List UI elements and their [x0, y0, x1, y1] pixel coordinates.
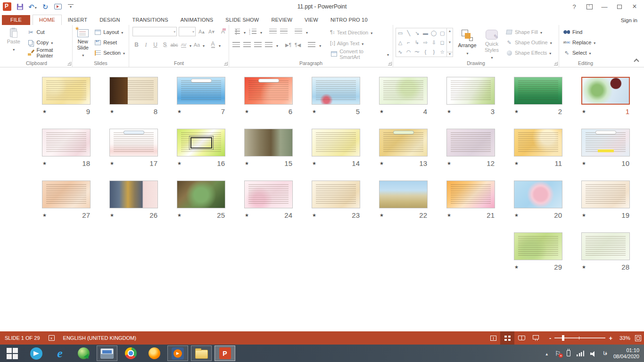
find-button[interactable]: Find	[561, 27, 597, 37]
tab-design[interactable]: DESIGN	[93, 15, 126, 25]
decrease-font-size-button[interactable]	[207, 27, 215, 36]
shapes-more-button[interactable]: ▼	[447, 52, 453, 56]
close-button[interactable]: ×	[628, 1, 641, 12]
shape-cell[interactable]: △	[398, 40, 402, 46]
tab-animations[interactable]: ANIMATIONS	[174, 15, 220, 25]
shape-cell[interactable]: ╲	[407, 30, 410, 36]
redo-button[interactable]: ↻	[41, 2, 50, 11]
slide-thumbnail[interactable]	[177, 77, 225, 105]
slide-thumbnail-cell[interactable]: ★ 19	[581, 181, 630, 219]
slide-thumbnail[interactable]	[177, 129, 225, 156]
format-painter-button[interactable]: Format Painter	[26, 48, 70, 58]
new-slide-button[interactable]: New Slide	[75, 26, 91, 60]
save-button[interactable]	[16, 2, 24, 11]
slide-thumbnail-cell[interactable]: ★ 6	[244, 77, 293, 115]
slide-thumbnail[interactable]	[244, 77, 293, 105]
slide-thumbnail[interactable]	[42, 129, 91, 156]
network-icon[interactable]	[577, 351, 584, 356]
signin-link[interactable]: Sign in	[621, 17, 637, 23]
columns-button[interactable]	[308, 42, 315, 48]
paragraph-dialog-launcher[interactable]	[388, 62, 392, 66]
clear-formatting-button[interactable]	[217, 27, 225, 36]
bullets-button[interactable]	[232, 29, 240, 35]
transition-star-icon[interactable]: ★	[245, 213, 249, 218]
input-language-button[interactable]: فا	[603, 350, 607, 356]
ribbon-display-options-button[interactable]	[583, 1, 596, 12]
clock[interactable]: 01:10 08/04/2020	[613, 347, 639, 360]
slide-thumbnail[interactable]	[109, 77, 158, 105]
transition-star-icon[interactable]: ★	[582, 109, 586, 114]
transition-star-icon[interactable]: ★	[42, 109, 47, 114]
change-case-button[interactable]	[193, 41, 201, 49]
transition-star-icon[interactable]: ★	[582, 161, 586, 166]
shape-cell[interactable]: ⇨	[423, 40, 428, 46]
text-direction-button[interactable]: ¶↕Text Direction	[329, 27, 390, 37]
underline-button[interactable]	[151, 41, 159, 49]
slide-thumbnail-cell[interactable]: ★ 10	[581, 129, 630, 167]
transition-star-icon[interactable]: ★	[447, 213, 451, 218]
zoom-percentage[interactable]: 33%	[616, 335, 630, 341]
arrange-button[interactable]: Arrange	[455, 26, 479, 60]
normal-view-button[interactable]	[486, 331, 500, 345]
shape-cell[interactable]: {	[425, 49, 427, 55]
shape-cell[interactable]: ▢	[440, 30, 445, 36]
bold-button[interactable]	[132, 41, 140, 49]
drawing-dialog-launcher[interactable]	[554, 62, 558, 66]
taskbar-app-firefox[interactable]	[144, 345, 165, 362]
slide-thumbnail[interactable]	[446, 77, 495, 105]
taskbar-app-file-explorer[interactable]	[191, 346, 212, 361]
transition-star-icon[interactable]: ★	[380, 213, 384, 218]
shape-cell[interactable]: ▭	[398, 30, 403, 36]
taskbar-app-chrome[interactable]	[120, 345, 141, 362]
tab-view[interactable]: VIEW	[298, 15, 324, 25]
slide-thumbnail[interactable]	[312, 77, 360, 105]
slide-thumbnail[interactable]	[514, 181, 562, 208]
ltr-direction-button[interactable]: ▶¶	[285, 42, 291, 48]
slide-thumbnail[interactable]	[109, 181, 158, 208]
layout-button[interactable]: Layout	[92, 27, 126, 37]
tab-home[interactable]: HOME	[33, 15, 62, 25]
transition-star-icon[interactable]: ★	[447, 109, 451, 114]
help-button[interactable]: ?	[568, 1, 581, 12]
font-color-button[interactable]	[209, 41, 217, 49]
shape-cell[interactable]: ↘	[415, 30, 419, 36]
slide-thumbnail-cell[interactable]: ★ 27	[42, 181, 91, 219]
slide-thumbnail[interactable]	[446, 181, 495, 208]
zoom-slider[interactable]	[554, 337, 605, 338]
slideshow-view-button[interactable]	[528, 331, 543, 345]
align-right-button[interactable]	[254, 42, 262, 48]
shape-cell[interactable]: ▬	[423, 30, 428, 36]
taskbar-app-media-player[interactable]	[167, 346, 188, 361]
transition-star-icon[interactable]: ★	[582, 264, 586, 270]
convert-smartart-button[interactable]: Convert to SmartArt	[329, 49, 390, 59]
replace-button[interactable]: abacReplace	[561, 38, 597, 47]
taskbar-app-powerpoint[interactable]	[215, 346, 235, 361]
action-center-icon[interactable]	[555, 350, 561, 357]
transition-star-icon[interactable]: ★	[582, 213, 586, 218]
shape-cell[interactable]: ◻	[440, 40, 445, 46]
slide-thumbnail[interactable]	[42, 77, 91, 105]
start-from-beginning-button[interactable]	[54, 2, 62, 11]
slide-thumbnail-cell[interactable]: ★ 8	[109, 77, 158, 115]
transition-star-icon[interactable]: ★	[312, 109, 316, 114]
slide-thumbnail[interactable]	[312, 181, 360, 208]
reading-view-button[interactable]	[514, 331, 528, 345]
strikethrough-button[interactable]	[170, 41, 178, 49]
slide-thumbnail[interactable]	[244, 181, 293, 208]
slide-thumbnail[interactable]	[244, 129, 293, 156]
character-spacing-button[interactable]	[180, 41, 188, 49]
slide-thumbnail[interactable]	[379, 77, 428, 105]
slide-thumbnail-cell[interactable]: ★ 13	[379, 129, 428, 167]
tab-insert[interactable]: INSERT	[62, 15, 93, 25]
slide-thumbnail-cell[interactable]: ★ 22	[379, 181, 428, 219]
undo-button[interactable]: ↶	[28, 2, 37, 11]
slide-thumbnail-cell[interactable]: ★ 23	[312, 181, 360, 219]
slide-thumbnail-cell[interactable]: ★ 21	[446, 181, 495, 219]
shape-cell[interactable]: 〜	[414, 49, 420, 56]
slide-thumbnail-cell[interactable]: ★ 3	[446, 77, 495, 115]
slide-thumbnail-cell[interactable]: ★ 7	[177, 77, 225, 115]
transition-star-icon[interactable]: ★	[312, 213, 316, 218]
transition-star-icon[interactable]: ★	[380, 161, 384, 166]
slide-thumbnail[interactable]	[312, 129, 360, 156]
slide-thumbnail[interactable]	[42, 181, 91, 208]
